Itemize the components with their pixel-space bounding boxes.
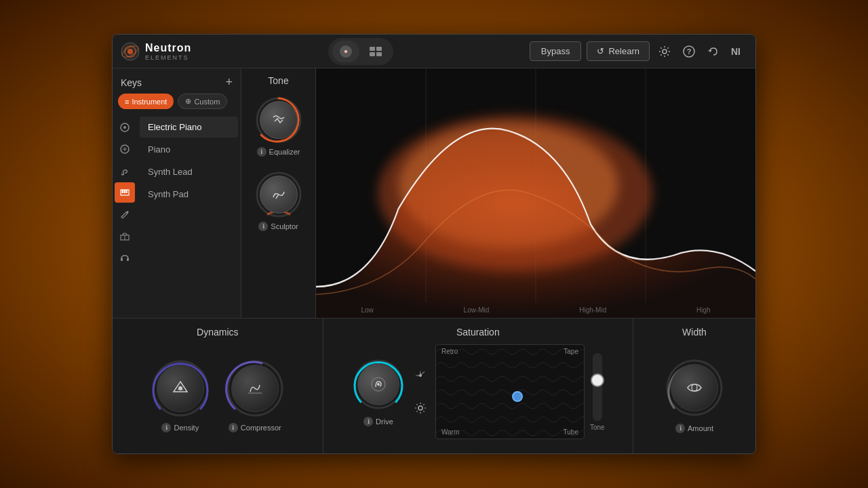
svg-rect-24 <box>124 190 125 193</box>
sidebar-icon-all[interactable] <box>115 117 135 138</box>
svg-rect-23 <box>122 190 123 193</box>
sidebar-icon-column <box>113 115 137 318</box>
tab-grid-button[interactable] <box>362 41 389 62</box>
tab-instrument-button[interactable] <box>332 41 359 62</box>
undo-button[interactable] <box>704 42 723 61</box>
equalizer-label: Equalizer <box>269 148 300 156</box>
drive-label: Drive <box>376 418 393 426</box>
svg-rect-7 <box>376 47 382 51</box>
sidebar-tabs: ≡ Instrument ⊕ Custom <box>113 94 241 115</box>
width-knob[interactable] <box>664 357 725 418</box>
sat-type-tube: Tube <box>564 428 578 436</box>
logo-sub: ELEMENTS <box>145 54 191 61</box>
width-title: Width <box>682 327 707 338</box>
drive-knob[interactable] <box>351 357 406 411</box>
sidebar-icon-keys[interactable] <box>115 182 135 203</box>
undo-icon <box>707 45 719 58</box>
svg-point-51 <box>692 384 697 391</box>
sidebar-item-piano[interactable]: Piano <box>140 139 238 160</box>
sidebar-item-synth-lead[interactable]: Synth Lead <box>140 161 238 182</box>
svg-text:?: ? <box>687 47 692 56</box>
sidebar-title: Keys <box>121 77 142 88</box>
density-label-row[interactable]: ℹ Density <box>161 423 199 432</box>
svg-rect-29 <box>127 258 129 261</box>
sculptor-knob[interactable] <box>254 170 303 219</box>
svg-point-41 <box>178 386 182 390</box>
dynamics-panel: Dynamics <box>113 319 323 453</box>
drive-label-row[interactable]: ℹ Drive <box>363 417 393 426</box>
sat-settings-icon[interactable] <box>411 399 430 418</box>
relearn-button[interactable]: ↺ Relearn <box>587 41 650 61</box>
svg-rect-25 <box>126 190 127 193</box>
settings-button[interactable] <box>655 42 674 61</box>
sculptor-label-row[interactable]: ℹ Sculptor <box>258 222 298 231</box>
equalizer-info-dot: ℹ <box>257 147 267 157</box>
eq-label-highmid: High-Mid <box>579 306 606 314</box>
sat-left-icons <box>411 361 430 423</box>
settings-icon <box>658 45 671 58</box>
tone-vertical-slider[interactable] <box>593 353 602 421</box>
svg-rect-9 <box>376 52 382 56</box>
dynamics-title: Dynamics <box>197 327 238 338</box>
equalizer-knob[interactable] <box>254 96 303 144</box>
svg-point-2 <box>127 49 133 54</box>
tone-slider-thumb[interactable] <box>591 373 604 387</box>
sidebar-icon-pencil[interactable] <box>115 204 135 224</box>
width-panel: Width ℹ Amount <box>633 319 755 453</box>
sidebar-list: Electric Piano Piano Synth Lead Synth Pa… <box>137 115 241 318</box>
sculptor-knob-icon <box>271 186 287 203</box>
sidebar-item-electric-piano[interactable]: Electric Piano <box>140 117 238 138</box>
bottom-panels: Dynamics <box>113 318 755 453</box>
tone-panel: Tone ℹ Equali <box>241 68 316 318</box>
density-icon <box>170 378 191 399</box>
amount-label-row[interactable]: ℹ Amount <box>675 424 713 433</box>
compressor-label-row[interactable]: ℹ Compressor <box>229 423 281 432</box>
density-knob[interactable] <box>150 358 211 419</box>
sidebar-icon-gift[interactable] <box>115 226 135 246</box>
eq-curve-svg <box>316 68 755 318</box>
top-center-tabs <box>328 38 393 65</box>
top-right-controls: Bypass ↺ Relearn ? <box>530 41 747 61</box>
sidebar-inner: Electric Piano Piano Synth Lead Synth Pa… <box>113 115 241 318</box>
plugin-window: Neutron ELEMENTS <box>112 34 756 454</box>
add-preset-button[interactable]: + <box>225 75 233 89</box>
sat-wave-bg <box>436 345 584 439</box>
tone-slider-label: Tone <box>590 424 605 431</box>
drive-info-dot: ℹ <box>363 417 373 426</box>
sidebar-icon-eq[interactable] <box>115 139 135 159</box>
compressor-icon <box>245 378 265 399</box>
sidebar-icon-headphones[interactable] <box>115 247 135 268</box>
saturation-content: ℹ Drive <box>329 344 627 439</box>
instrument-tab-icon: ≡ <box>125 98 129 106</box>
eq-label-high: High <box>696 306 711 314</box>
tab-custom[interactable]: ⊕ Custom <box>178 94 227 109</box>
eq-label-low: Low <box>361 306 373 314</box>
svg-point-47 <box>419 374 422 377</box>
custom-tab-icon: ⊕ <box>185 97 191 106</box>
sculptor-label: Sculptor <box>271 222 298 230</box>
dynamics-knobs: ℹ Density <box>150 344 285 445</box>
equalizer-label-row[interactable]: ℹ Equalizer <box>257 147 300 157</box>
help-button[interactable]: ? <box>679 42 698 61</box>
compressor-knob[interactable] <box>224 358 285 419</box>
logo-name: Neutron <box>145 42 191 54</box>
svg-text:NI: NI <box>731 46 741 57</box>
compressor-info-dot: ℹ <box>229 423 238 432</box>
eq-display[interactable]: Low Low-Mid High-Mid High <box>316 68 755 318</box>
logo-text: Neutron ELEMENTS <box>145 42 191 61</box>
tab-instrument[interactable]: ≡ Instrument <box>118 94 174 109</box>
sat-position-dot[interactable] <box>512 391 523 402</box>
neutron-logo-icon <box>121 42 140 61</box>
main-content: Keys + ≡ Instrument ⊕ Custom <box>113 68 755 318</box>
sat-sparkle-icon[interactable] <box>411 366 430 385</box>
svg-rect-28 <box>121 258 123 261</box>
sidebar-item-synth-pad[interactable]: Synth Pad <box>140 184 238 205</box>
ni-button[interactable]: NI <box>728 42 747 61</box>
saturation-panel: Saturation <box>323 319 633 453</box>
sidebar-header: Keys + <box>113 68 241 94</box>
sidebar: Keys + ≡ Instrument ⊕ Custom <box>113 68 241 318</box>
sidebar-icon-guitar[interactable] <box>115 161 135 181</box>
bypass-button[interactable]: Bypass <box>530 41 582 61</box>
svg-point-48 <box>418 406 422 410</box>
sat-type-selector[interactable]: Retro Tape Wa <box>435 344 585 439</box>
